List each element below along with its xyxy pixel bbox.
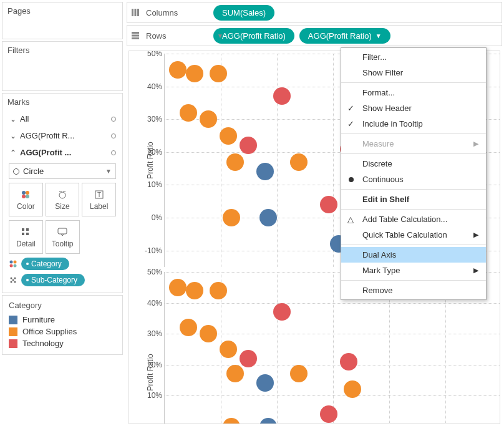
y-tick-label: 10% bbox=[140, 180, 162, 189]
context-menu-item[interactable]: Show Filter bbox=[341, 65, 486, 80]
data-point[interactable] bbox=[273, 87, 291, 105]
gridline-x bbox=[221, 54, 221, 267]
size-card[interactable]: Size bbox=[46, 183, 80, 216]
svg-rect-22 bbox=[135, 9, 137, 16]
context-menu-item[interactable]: ✓Include in Tooltip bbox=[341, 116, 486, 132]
data-point[interactable] bbox=[240, 137, 257, 154]
y-tick-label: 0% bbox=[140, 422, 162, 424]
data-point[interactable] bbox=[290, 153, 308, 171]
marks-section[interactable]: ⌃AGG(Profit ... bbox=[2, 144, 122, 161]
category-pill[interactable]: Category bbox=[21, 258, 69, 270]
data-point[interactable] bbox=[200, 325, 217, 342]
color-icon bbox=[21, 189, 31, 200]
gridline bbox=[165, 395, 500, 396]
data-point[interactable] bbox=[223, 209, 240, 226]
data-point[interactable] bbox=[180, 319, 197, 336]
context-menu-item[interactable]: △Add Table Calculation... bbox=[341, 211, 486, 227]
data-point[interactable] bbox=[226, 153, 244, 171]
context-menu-item-label: Show Filter bbox=[362, 68, 403, 77]
tooltip-icon bbox=[57, 226, 67, 238]
detail-card[interactable]: Detail bbox=[9, 220, 43, 254]
data-point[interactable] bbox=[186, 65, 203, 82]
subcategory-pill[interactable]: Sub-Category bbox=[21, 274, 85, 286]
data-point[interactable] bbox=[340, 353, 357, 370]
pill-context-menu: Filter...Show FilterFormat...✓Show Heade… bbox=[341, 47, 487, 300]
context-menu-item[interactable]: Continuous bbox=[341, 172, 486, 187]
gridline bbox=[165, 303, 500, 304]
rows-pill-2[interactable]: AGG(Profit Ratio)▼ bbox=[299, 28, 390, 44]
data-point[interactable] bbox=[226, 365, 244, 382]
data-point[interactable] bbox=[273, 303, 291, 321]
data-point[interactable] bbox=[344, 380, 361, 398]
svg-point-14 bbox=[10, 264, 13, 268]
context-menu-item-label: Discrete bbox=[362, 159, 392, 168]
y-tick-label: 40% bbox=[140, 82, 162, 91]
data-point[interactable] bbox=[259, 418, 277, 424]
data-point[interactable] bbox=[256, 374, 274, 392]
context-menu-item[interactable]: ✓Show Header bbox=[341, 100, 486, 116]
context-menu-item[interactable]: Remove bbox=[341, 283, 486, 298]
label-card[interactable]: T Label bbox=[82, 183, 116, 216]
data-point[interactable] bbox=[290, 365, 308, 382]
marks-section[interactable]: ⌄AGG(Profit R... bbox=[2, 127, 122, 144]
y-tick-label: 50% bbox=[140, 268, 162, 276]
data-point[interactable] bbox=[223, 418, 240, 424]
gridline-x bbox=[333, 54, 334, 267]
rows-pill-1[interactable]: AGG(Profit Ratio) bbox=[213, 28, 294, 44]
svg-rect-10 bbox=[26, 233, 29, 235]
y-tick-label: 30% bbox=[140, 115, 162, 123]
tooltip-card[interactable]: Tooltip bbox=[46, 220, 80, 254]
context-menu-item[interactable]: Discrete bbox=[341, 156, 486, 172]
data-point[interactable] bbox=[259, 209, 277, 226]
context-menu-item-label: Remove bbox=[362, 286, 392, 295]
columns-label: Columns bbox=[146, 8, 208, 17]
marks-dot-icon bbox=[111, 133, 116, 138]
context-menu-item[interactable]: Dual Axis bbox=[341, 247, 486, 263]
tooltip-card-label: Tooltip bbox=[52, 240, 74, 248]
data-point[interactable] bbox=[220, 127, 237, 145]
data-point[interactable] bbox=[220, 341, 237, 358]
rows-shelf[interactable]: Rows ▼ AGG(Profit Ratio) AGG(Profit Rati… bbox=[127, 25, 502, 46]
columns-shelf[interactable]: Columns SUM(Sales) bbox=[127, 2, 502, 23]
context-menu-item[interactable]: Edit in Shelf bbox=[341, 191, 486, 207]
marks-dot-icon bbox=[111, 117, 116, 122]
mark-shape-select[interactable]: Circle ▼ bbox=[9, 163, 116, 179]
pages-title: Pages bbox=[2, 2, 122, 19]
data-point[interactable] bbox=[320, 405, 337, 423]
svg-point-17 bbox=[14, 278, 16, 279]
svg-rect-9 bbox=[22, 233, 24, 235]
context-menu-item[interactable]: Filter... bbox=[341, 49, 486, 65]
data-point[interactable] bbox=[256, 163, 274, 180]
data-point[interactable] bbox=[320, 196, 337, 213]
svg-point-4 bbox=[59, 192, 65, 198]
check-icon: ✓ bbox=[347, 119, 354, 128]
data-point[interactable] bbox=[169, 279, 187, 296]
submenu-arrow-icon: ▶ bbox=[473, 266, 478, 274]
legend-swatch bbox=[9, 339, 17, 348]
data-point[interactable] bbox=[240, 350, 257, 367]
data-point[interactable] bbox=[200, 110, 217, 128]
data-point[interactable] bbox=[169, 61, 187, 79]
data-point[interactable] bbox=[186, 282, 203, 299]
rows-pill-2-label: AGG(Profit Ratio) bbox=[308, 31, 372, 41]
svg-rect-11 bbox=[58, 228, 67, 234]
svg-point-16 bbox=[11, 278, 12, 279]
rows-dropdown-icon[interactable]: ▼ bbox=[217, 32, 223, 39]
marks-panel: Marks ⌄All⌄AGG(Profit R...⌃AGG(Profit ..… bbox=[2, 93, 123, 293]
color-card[interactable]: Color bbox=[9, 183, 43, 216]
data-point[interactable] bbox=[180, 104, 197, 122]
context-menu-item[interactable]: Quick Table Calculation▶ bbox=[341, 227, 486, 243]
legend-item[interactable]: Office Supplies bbox=[9, 326, 116, 337]
legend-item[interactable]: Furniture bbox=[9, 314, 116, 326]
context-menu-item[interactable]: Format... bbox=[341, 85, 486, 100]
data-point[interactable] bbox=[210, 282, 227, 299]
y-tick-label: 20% bbox=[140, 148, 162, 157]
svg-point-2 bbox=[22, 195, 26, 198]
y-tick-label: 40% bbox=[140, 299, 162, 307]
columns-pill-sum-sales[interactable]: SUM(Sales) bbox=[213, 5, 274, 21]
context-menu-item-label: Continuous bbox=[362, 175, 404, 184]
marks-section[interactable]: ⌄All bbox=[2, 110, 122, 127]
legend-item[interactable]: Technology bbox=[9, 337, 116, 349]
context-menu-item[interactable]: Mark Type▶ bbox=[341, 263, 486, 278]
data-point[interactable] bbox=[210, 65, 227, 82]
